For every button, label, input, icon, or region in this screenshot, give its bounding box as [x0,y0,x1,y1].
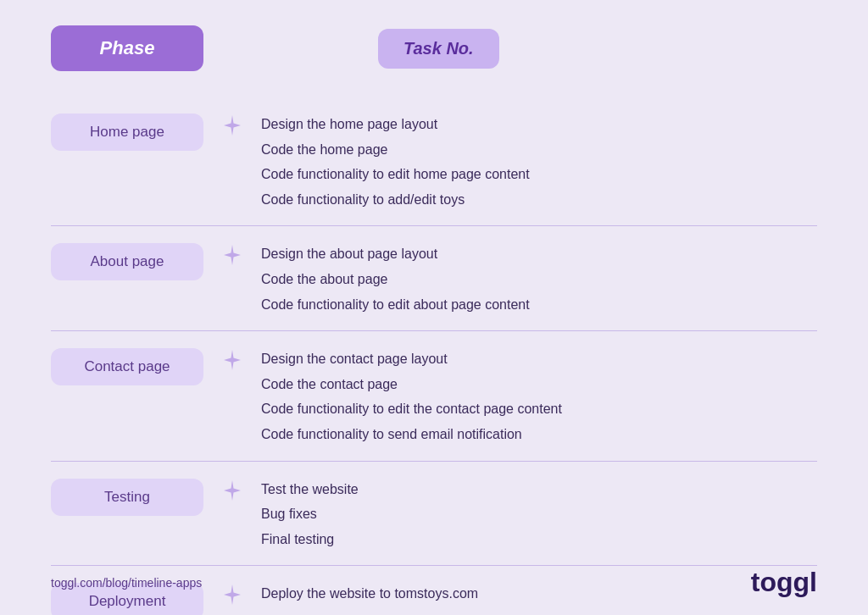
task-item: Code the home page [261,139,530,161]
tasks-list-testing: Test the websiteBug fixesFinal testing [261,477,359,551]
phase-label-home-page: Home page [51,114,203,151]
phase-row-about-page: About page Design the about page layoutC… [51,226,817,331]
star-icon-home-page [220,114,244,141]
task-item: Code functionality to edit about page co… [261,294,530,316]
table-body: Home page Design the home page layoutCod… [51,97,817,615]
header-row: Phase Task No. [51,25,817,71]
task-item: Code functionality to add/edit toys [261,189,530,211]
phase-header: Phase [51,25,203,71]
task-item: Code functionality to edit the contact p… [261,398,562,420]
tasks-list-home-page: Design the home page layoutCode the home… [261,112,530,210]
phase-label-contact-page: Contact page [51,348,203,385]
toggl-logo: toggl [751,567,817,598]
phase-row-home-page: Home page Design the home page layoutCod… [51,97,817,226]
footer-url: toggl.com/blog/timeline-apps [51,576,202,590]
task-item: Code functionality to edit home page con… [261,163,530,186]
main-container: Phase Task No. Home page Design the home… [0,0,868,615]
phase-row-contact-page: Contact page Design the contact page lay… [51,331,817,461]
star-icon-about-page [220,243,244,270]
task-item: Design the about page layout [261,243,530,265]
footer: toggl.com/blog/timeline-apps toggl [51,567,817,598]
tasks-list-about-page: Design the about page layoutCode the abo… [261,241,530,315]
tasks-list-contact-page: Design the contact page layoutCode the c… [261,346,562,445]
phase-label-testing: Testing [51,479,203,516]
star-icon-contact-page [220,348,244,375]
task-item: Design the contact page layout [261,348,562,370]
task-item: Final testing [261,529,359,551]
star-icon-testing [220,479,244,506]
task-item: Code the about page [261,269,530,291]
task-item: Design the home page layout [261,114,530,136]
task-item: Bug fixes [261,503,359,525]
task-item: Code functionality to send email notific… [261,424,562,446]
phase-label-about-page: About page [51,243,203,280]
task-item: Test the website [261,479,359,501]
task-header: Task No. [378,29,499,69]
task-item: Code the contact page [261,374,562,396]
phase-row-testing: Testing Test the websiteBug fixesFinal t… [51,462,817,567]
